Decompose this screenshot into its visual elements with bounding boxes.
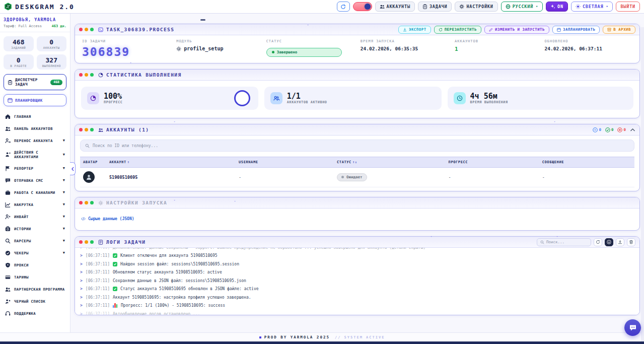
language-selector[interactable]: РУССКИЙ ▾ <box>501 2 543 12</box>
col-account[interactable]: АККАУНТ↑ <box>109 160 239 164</box>
chevron-left-icon <box>71 167 75 171</box>
sidebar-item-accounts-panel[interactable]: ПАНЕЛЬ АККАУНТОВ <box>4 122 66 134</box>
edit-and-run-label: ИЗМЕНИТЬ И ЗАПУСТИТЬ <box>495 27 545 32</box>
edit-and-run-button[interactable]: ИЗМЕНИТЬ И ЗАПУСТИТЬ <box>484 26 549 34</box>
tariff-days-left: 463 дн. <box>51 24 66 28</box>
logs-output[interactable]: [06:37:11] Дополнительно: данные сохране… <box>75 248 639 315</box>
logo-icon <box>4 3 12 11</box>
flag-icon <box>5 166 11 171</box>
logs-download-button[interactable] <box>616 238 624 246</box>
page-scrollbar[interactable] <box>641 27 644 344</box>
launch-settings-header: НАСТРОЙКИ ЗАПУСКА <box>75 197 639 209</box>
logs-search[interactable] <box>537 238 591 246</box>
log-line: [06:37:11] Прогресс: 1/1 (100%) - 519085… <box>80 302 634 310</box>
progress-card: 100% ПРОГРЕСС <box>81 87 258 110</box>
col-avatar[interactable]: АВАТАР <box>83 160 109 164</box>
window-dots <box>79 240 94 244</box>
clipboard-icon <box>422 4 427 9</box>
top-bar: DESKGRAM 2.0 АККАУНТЫ ЗАДАЧИ НАСТРОЙКИ Р… <box>0 0 644 14</box>
refresh-button[interactable] <box>337 2 350 12</box>
user-actions-icon <box>5 152 11 157</box>
log-line: [06:37:11] Статус аккаунта 51908510695 о… <box>80 285 634 294</box>
divider <box>0 32 70 32</box>
sidebar-item-parsers[interactable]: ПАРСЕРЫ ▼ <box>4 235 66 247</box>
task-dispatcher-label: ДИСПЕТЧЕР ЗАДАЧ <box>15 78 48 87</box>
sidebar-item-stories[interactable]: ИСТОРИИ ▼ <box>4 223 66 235</box>
raw-json-link[interactable]: Сырые данные (JSON) <box>81 217 134 221</box>
language-label: РУССКИЙ <box>513 4 533 9</box>
active-accounts-value: 1/1 <box>287 92 327 100</box>
shield-icon <box>5 262 11 268</box>
col-status[interactable]: СТАТУС↑↓ <box>337 160 449 164</box>
headset-icon <box>5 311 11 316</box>
progress-label: ПРОГРЕСС <box>104 100 123 104</box>
sidebar-item-transfer-account[interactable]: ПЕРЕНОС АККАУНТА ▼ <box>4 134 66 147</box>
accounts-search-input[interactable] <box>93 144 629 148</box>
logs-panel: ЛОГИ ЗАДАЧИ <box>75 236 640 315</box>
collapse-chevron-icon[interactable] <box>630 128 635 132</box>
ai-toggle-button[interactable]: ON <box>546 2 568 12</box>
sidebar-item-boost[interactable]: НАКРУТКА ▼ <box>4 198 66 211</box>
logs-search-input[interactable] <box>546 240 588 244</box>
planner-button[interactable]: ПЛАНИРОВЩИК <box>4 94 66 106</box>
export-label: ЭКСПОРТ <box>409 27 426 32</box>
export-button[interactable]: ЭКСПОРТ <box>398 26 431 34</box>
logs-refresh-button[interactable] <box>594 238 602 246</box>
log-line: [06:37:11] Аккаунт 51908510695: настройк… <box>80 293 634 302</box>
accounts-search[interactable] <box>80 140 634 152</box>
user-plus-icon <box>5 214 11 220</box>
logs-clear-button[interactable] <box>627 238 635 246</box>
sparkles-icon <box>550 4 555 9</box>
footer: PROD BY YARMOLA 2025 // SYSTEM ACTIVE <box>0 332 644 341</box>
task-dispatcher-button[interactable]: ДИСПЕТЧЕР ЗАДАЧ 468 <box>4 74 66 90</box>
settings-button[interactable]: НАСТРОЙКИ <box>455 2 497 12</box>
archive-button[interactable]: В АРХИВ <box>603 26 635 34</box>
col-username[interactable]: USERNAME <box>239 160 337 164</box>
live-toggle[interactable] <box>353 2 372 11</box>
log-line: [06:37:11] Сохраняем данные в JSON файл:… <box>80 277 634 285</box>
sidebar-item-home[interactable]: ГЛАВНАЯ <box>4 110 66 122</box>
field-module: МОДУЛЬ profile_setup <box>176 39 264 58</box>
sidebar-item-tariffs[interactable]: ТАРИФЫ <box>4 271 66 283</box>
sidebar-item-blacklist[interactable]: ЧЕРНЫЙ СПИСОК <box>4 295 66 307</box>
restart-button[interactable]: ПЕРЕЗАПУСТИТЬ <box>434 26 481 34</box>
logs-autoscroll-button[interactable] <box>605 238 613 246</box>
sidebar-item-partner-program[interactable]: ПАРТНЕРСКАЯ ПРОГРАММА <box>4 283 66 295</box>
user-greeting: ЗДОРОВЬЯ, YARMOLA <box>4 17 66 22</box>
table-row[interactable]: 51908510695 - Ожидает - - <box>80 168 634 187</box>
accounts-title: АККАУНТЫ (1) <box>106 127 149 132</box>
settings-button-label: НАСТРОЙКИ <box>466 4 493 9</box>
col-message[interactable]: СООБЩЕНИЕ <box>542 160 631 164</box>
users-icon <box>270 92 282 104</box>
launch-settings-title: НАСТРОЙКИ ЗАПУСКА <box>106 200 167 205</box>
sidebar-item-account-actions[interactable]: ДЕЙСТВИЯ С АККАУНТАМИ ▼ <box>4 147 66 162</box>
theme-selector[interactable]: СВЕТЛАЯ ▾ <box>571 2 613 12</box>
stat-tile-tasks: 468 ЗАДАНИЙ <box>4 36 34 51</box>
logout-button[interactable]: ВЫЙТИ <box>616 2 640 12</box>
calendar-icon <box>8 98 13 103</box>
col-progress[interactable]: ПРОГРЕСС <box>449 160 542 164</box>
camera-icon <box>5 226 11 232</box>
check-icon <box>113 253 117 258</box>
logs-panel-header: ЛОГИ ЗАДАЧИ <box>75 237 639 248</box>
sidebar-item-checkers[interactable]: ЧЕКЕРЫ ▼ <box>4 247 66 259</box>
avatar <box>83 171 95 183</box>
sidebar-item-support[interactable]: ПОДДЕРЖКА <box>4 307 66 319</box>
sidebar-item-invite[interactable]: ИНВАЙТ ▼ <box>4 211 66 223</box>
users-icon <box>5 287 11 292</box>
sidebar-collapse-handle[interactable] <box>70 162 76 175</box>
account-progress: - <box>449 175 542 180</box>
support-chat-button[interactable] <box>624 319 641 336</box>
sidebar-item-sms[interactable]: ОТПРАВКА СМС ▼ <box>4 174 66 186</box>
sidebar-item-channels[interactable]: РАБОТА С КАНАЛАМИ ▼ <box>4 186 66 198</box>
tasks-button[interactable]: ЗАДАЧИ <box>418 2 452 12</box>
restart-label: ПЕРЕЗАПУСТИТЬ <box>445 27 477 32</box>
sidebar-item-proxy[interactable]: ПРОКСИ <box>4 259 66 271</box>
task-panel: TASK_306839.PROCESS ЭКСПОРТ ПЕРЕЗАПУСТИТ… <box>75 24 640 63</box>
schedule-button[interactable]: ЗАПЛАНИРОВАТЬ <box>552 26 600 34</box>
logo: DESKGRAM 2.0 <box>4 3 75 11</box>
sidebar-item-reporter[interactable]: РЕПОРТЕР ▼ <box>4 162 66 174</box>
accounts-button[interactable]: АККАУНТЫ <box>375 2 415 12</box>
horizontal-scrollbar[interactable] <box>0 341 644 344</box>
schedule-label: ЗАПЛАНИРОВАТЬ <box>563 27 595 32</box>
